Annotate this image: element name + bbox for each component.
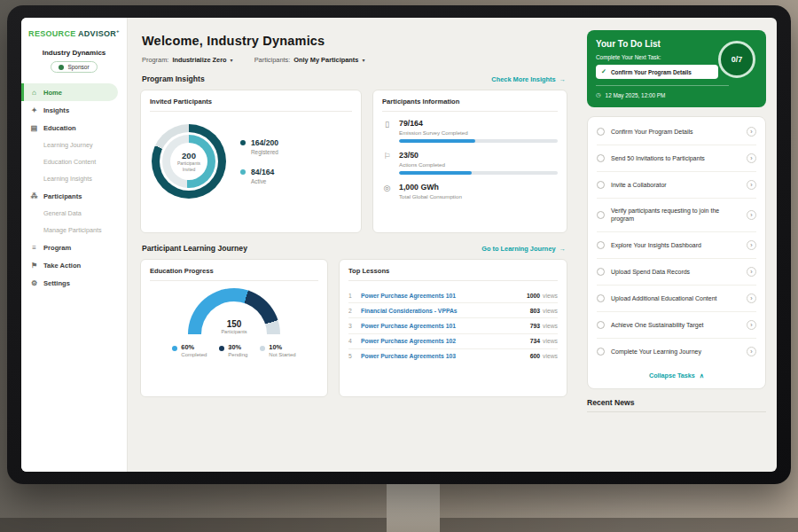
task-row[interactable]: Upload Additional Educational Content › (597, 286, 756, 312)
check-more-insights-link[interactable]: Check More Insights→ (491, 75, 566, 83)
sidebar-item-label: Settings (43, 279, 70, 287)
program-dropdown[interactable]: Program: Industrialize Zero ▾ (142, 56, 233, 64)
todo-card: 0/7 Your To Do List Complete Your Next T… (587, 30, 766, 107)
completed-dot-icon (172, 346, 177, 351)
learning-journey-title: Participant Learning Journey (142, 244, 247, 253)
lesson-row: 5 Power Purchase Agreements 103 600views (348, 349, 558, 364)
chevron-down-icon: ▾ (231, 57, 233, 63)
check-icon: ✓ (601, 68, 606, 75)
recent-news-title: Recent News (587, 398, 766, 412)
sidebar-item-education-content[interactable]: Education Content (21, 153, 127, 170)
sidebar-item-label: Home (43, 89, 62, 97)
monitor-stand (387, 481, 440, 532)
chevron-right-icon[interactable]: › (747, 127, 756, 137)
sidebar-item-participants[interactable]: ⁂Participants (21, 187, 127, 205)
invited-participants-card: Invited Participants 200 Participants In… (140, 90, 362, 233)
participants-information-card: Participants Information ▯ 79/164 Emissi… (372, 90, 567, 233)
lesson-row: 3 Power Purchase Agreements 101 793views (348, 318, 558, 333)
stat-actions-completed: ⚐ 23/50 Actions Completed (382, 151, 558, 175)
logo-advisor: ADVISOR+ (78, 29, 120, 38)
sidebar-item-learning-journey[interactable]: Learning Journey (21, 137, 127, 153)
take-action-icon: ⚑ (30, 262, 38, 270)
settings-gear-icon: ⚙ (30, 279, 38, 287)
donut-center-label: Participants Invited (173, 160, 205, 172)
chevron-right-icon[interactable]: › (747, 293, 756, 303)
card-title: Education Progress (150, 267, 318, 281)
survey-icon: ▯ (382, 120, 392, 143)
sidebar-item-settings[interactable]: ⚙Settings (21, 274, 127, 292)
top-lessons-card: Top Lessons 1 Power Purchase Agreements … (339, 259, 567, 397)
task-checkbox[interactable] (597, 154, 605, 162)
task-row[interactable]: Verify participants requesting to join t… (597, 199, 756, 232)
lesson-row: 1 Power Purchase Agreements 101 1000view… (348, 288, 558, 303)
legend-item-not-started: 10% Not Started (260, 343, 295, 357)
task-row[interactable]: Explore Your Insights Dashboard › (597, 232, 756, 259)
lesson-row: 2 Financial Considerations - VPPAs 803vi… (348, 303, 558, 318)
task-checkbox[interactable] (597, 268, 605, 276)
invited-participants-donut-chart: 200 Participants Invited (152, 124, 226, 199)
sidebar-item-insights[interactable]: ✦Insights (21, 101, 127, 119)
logo-resource: RESOURCE (28, 29, 75, 38)
chevron-right-icon[interactable]: › (747, 153, 756, 163)
sponsor-icon (59, 65, 64, 70)
lesson-link[interactable]: Power Purchase Agreements 101 (361, 293, 521, 299)
task-list-card: Confirm Your Program Details › Send 50 I… (587, 116, 766, 389)
chevron-right-icon[interactable]: › (747, 210, 756, 220)
chevron-down-icon: ▾ (362, 57, 364, 63)
sponsor-badge[interactable]: Sponsor (51, 61, 97, 73)
lesson-link[interactable]: Power Purchase Agreements 101 (361, 323, 525, 329)
sidebar-item-education[interactable]: ▤Education (21, 119, 127, 137)
task-row[interactable]: Upload Spend Data Records › (597, 259, 756, 286)
task-row[interactable]: Confirm Your Program Details › (597, 119, 756, 145)
arrow-right-icon: → (559, 245, 566, 253)
sidebar-item-general-data[interactable]: General Data (21, 205, 127, 222)
task-checkbox[interactable] (597, 321, 605, 329)
divider (596, 85, 729, 86)
chevron-up-icon: ∧ (700, 372, 704, 379)
participants-label: Participants: (254, 56, 291, 64)
task-row[interactable]: Complete Your Learning Journey › (597, 339, 756, 364)
pending-dot-icon (219, 346, 224, 351)
sidebar-item-learning-insights[interactable]: Learning Insights (21, 170, 127, 187)
task-checkbox[interactable] (597, 294, 605, 302)
active-dot-icon (240, 169, 246, 175)
participants-icon: ⁂ (30, 192, 38, 200)
lesson-link[interactable]: Financial Considerations - VPPAs (361, 308, 525, 314)
monitor-bezel: RESOURCE ADVISOR+ Industry Dynamics Spon… (7, 5, 791, 484)
org-name: Industry Dynamics (21, 49, 127, 57)
task-checkbox[interactable] (597, 348, 605, 356)
sidebar-item-manage-participants[interactable]: Manage Participants (21, 222, 127, 239)
main-content: Welcome, Industry Dynamics Program: Indu… (128, 18, 578, 472)
gauge-center-label: Participants (221, 329, 246, 334)
collapse-tasks-link[interactable]: Collapse Tasks ∧ (597, 364, 756, 387)
task-checkbox[interactable] (597, 211, 605, 219)
go-to-learning-journey-link[interactable]: Go to Learning Journey→ (481, 245, 566, 253)
chevron-right-icon[interactable]: › (747, 320, 756, 330)
legend-item-completed: 60% Completed (172, 343, 207, 357)
sidebar-nav: ⌂Home ✦Insights ▤Education Learning Jour… (21, 83, 127, 292)
next-task-pill[interactable]: ✓ Confirm Your Program Details (596, 65, 718, 79)
chevron-right-icon[interactable]: › (747, 180, 756, 190)
sidebar-item-home[interactable]: ⌂Home (21, 83, 118, 101)
sidebar-item-take-action[interactable]: ⚑Take Action (21, 256, 127, 274)
task-checkbox[interactable] (597, 128, 605, 136)
chevron-right-icon[interactable]: › (747, 347, 756, 356)
sidebar-item-program[interactable]: ≡Program (21, 239, 127, 256)
lesson-link[interactable]: Power Purchase Agreements 103 (361, 353, 525, 359)
chevron-right-icon[interactable]: › (747, 240, 756, 250)
task-row[interactable]: Achieve One Sustainability Target › (597, 312, 756, 339)
participants-dropdown[interactable]: Participants: Only My Participants ▾ (254, 56, 365, 64)
card-title: Participants Information (382, 98, 558, 112)
task-checkbox[interactable] (597, 241, 605, 249)
lesson-link[interactable]: Power Purchase Agreements 102 (361, 338, 525, 344)
stat-emission-survey: ▯ 79/164 Emission Survey Completed (382, 119, 558, 143)
not-started-dot-icon (260, 346, 265, 351)
task-row[interactable]: Send 50 Invitations to Participants › (597, 145, 756, 172)
task-checkbox[interactable] (597, 181, 605, 189)
sidebar-item-label: Take Action (43, 262, 81, 270)
clock-icon: ◷ (596, 91, 601, 98)
page-title: Welcome, Industry Dynamics (142, 34, 567, 48)
chevron-right-icon[interactable]: › (747, 267, 756, 277)
task-row[interactable]: Invite a Collaborator › (597, 172, 756, 199)
card-title: Top Lessons (348, 267, 558, 281)
